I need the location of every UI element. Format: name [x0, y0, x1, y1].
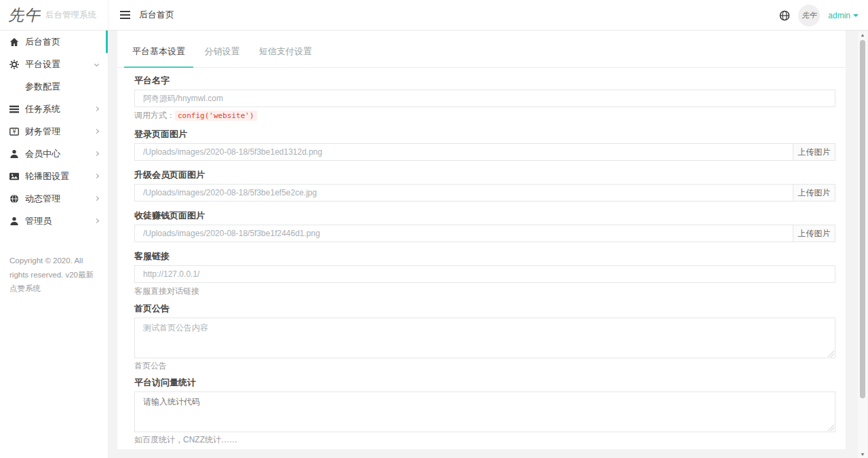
upgrade-image-input[interactable] [134, 184, 793, 202]
tasks-icon [9, 104, 19, 114]
sidebar-item-label: 会员中心 [25, 148, 95, 160]
chevron-down-icon [853, 14, 859, 17]
sidebar-item-finance[interactable]: ¥ 财务管理 [0, 120, 108, 142]
home-notice-helper: 首页公告 [134, 360, 835, 372]
sidebar-item-label: 后台首页 [25, 36, 98, 48]
traffic-stats-helper: 如百度统计，CNZZ统计…… [134, 434, 835, 446]
home-icon [9, 37, 19, 47]
sidebar-item-home[interactable]: 后台首页 [0, 31, 108, 53]
chevron-right-icon [94, 151, 99, 156]
sidebar-item-carousel[interactable]: 轮播图设置 [0, 165, 108, 187]
member-icon [9, 149, 19, 159]
sidebar-item-dynamics[interactable]: 动态管理 [0, 187, 108, 210]
sidebar-item-label: 平台设置 [25, 58, 95, 71]
service-link-input[interactable] [134, 265, 835, 283]
scrollbar-thumb[interactable] [860, 40, 865, 398]
finance-icon: ¥ [9, 127, 19, 136]
sidebar-item-admins[interactable]: 管理员 [0, 210, 108, 232]
platform-settings-form: 平台名字 调用方式：config('website') 登录页面图片 上传图片 … [117, 68, 846, 449]
traffic-stats-label: 平台访问量统计 [134, 377, 835, 389]
field-login-image: 登录页面图片 上传图片 [134, 128, 835, 161]
sidebar-item-label: 参数配置 [25, 81, 98, 93]
helper-prefix: 调用方式： [134, 111, 175, 120]
top-header: 先午 后台管理系统 后台首页 先午 admin [0, 0, 868, 31]
chevron-right-icon [94, 218, 99, 223]
upload-image-button[interactable]: 上传图片 [793, 143, 835, 161]
menu-toggle-icon[interactable] [120, 11, 130, 19]
gear-icon [9, 60, 19, 69]
sidebar: 后台首页 平台设置 参数配置 任务系统 ¥ 财务管理 会员中心 轮播图设 [0, 31, 108, 458]
scroll-down-arrow-icon[interactable]: ▼ [858, 452, 867, 457]
sidebar-item-label: 轮播图设置 [25, 170, 95, 183]
platform-name-label: 平台名字 [134, 75, 835, 87]
platform-name-input[interactable] [134, 90, 835, 107]
chevron-right-icon [94, 107, 99, 111]
user-menu[interactable]: admin [828, 11, 859, 20]
username: admin [828, 11, 850, 20]
upload-image-button[interactable]: 上传图片 [793, 225, 835, 242]
home-notice-textarea[interactable]: 测试首页公告内容 [134, 318, 835, 358]
chevron-right-icon [94, 174, 99, 178]
recruit-image-input[interactable] [134, 225, 793, 242]
vertical-scrollbar[interactable]: ▲ ▼ [858, 31, 867, 458]
upgrade-image-label: 升级会员页面图片 [134, 169, 835, 181]
login-image-input[interactable] [134, 143, 793, 161]
scroll-up-arrow-icon[interactable]: ▲ [858, 33, 867, 37]
field-home-notice: 首页公告 测试首页公告内容 首页公告 [134, 303, 835, 372]
app-logo: 先午 后台管理系统 [0, 0, 108, 31]
logo-text: 先午 [8, 5, 41, 26]
service-link-label: 客服链接 [134, 250, 835, 263]
field-service-link: 客服链接 客服直接对话链接 [134, 250, 835, 297]
sidebar-item-tasks[interactable]: 任务系统 [0, 98, 108, 120]
avatar[interactable]: 先午 [798, 5, 820, 26]
platform-name-helper: 调用方式：config('website') [134, 110, 835, 121]
config-code-snippet: config('website') [175, 111, 257, 121]
sidebar-item-label: 任务系统 [25, 103, 95, 115]
tab-sms-payment[interactable]: 短信支付设置 [251, 41, 320, 66]
chevron-down-icon [94, 62, 99, 66]
field-platform-name: 平台名字 调用方式：config('website') [134, 75, 835, 121]
sidebar-item-param-config[interactable]: 参数配置 [0, 75, 108, 98]
breadcrumb: 后台首页 [139, 9, 174, 21]
globe-icon [9, 194, 19, 204]
recruit-image-label: 收徒赚钱页面图片 [134, 210, 835, 222]
sidebar-item-platform-settings[interactable]: 平台设置 [0, 53, 108, 75]
admin-user-icon [9, 216, 19, 226]
sidebar-item-members[interactable]: 会员中心 [0, 142, 108, 165]
tab-platform-basic[interactable]: 平台基本设置 [124, 41, 193, 68]
sidebar-item-label: 管理员 [25, 215, 95, 227]
service-link-helper: 客服直接对话链接 [134, 286, 835, 297]
tab-distribution[interactable]: 分销设置 [196, 41, 248, 66]
chevron-right-icon [94, 129, 99, 134]
settings-tabs: 平台基本设置 分销设置 短信支付设置 [117, 31, 846, 68]
settings-panel: 平台基本设置 分销设置 短信支付设置 平台名字 调用方式：config('web… [117, 31, 846, 449]
sidebar-item-label: 财务管理 [25, 126, 95, 138]
carousel-image-icon [9, 172, 19, 181]
field-upgrade-image: 升级会员页面图片 上传图片 [134, 169, 835, 202]
logo-subtitle: 后台管理系统 [45, 9, 96, 21]
language-globe-icon[interactable] [779, 10, 790, 21]
login-image-label: 登录页面图片 [134, 128, 835, 140]
traffic-stats-textarea[interactable] [134, 392, 835, 432]
field-recruit-image: 收徒赚钱页面图片 上传图片 [134, 210, 835, 242]
home-notice-label: 首页公告 [134, 303, 835, 315]
svg-text:¥: ¥ [12, 129, 16, 135]
field-traffic-stats: 平台访问量统计 如百度统计，CNZZ统计…… [134, 377, 835, 446]
sidebar-item-label: 动态管理 [25, 193, 95, 205]
copyright-text: Copyright © 2020. All rights reserved. v… [9, 254, 98, 296]
upload-image-button[interactable]: 上传图片 [793, 184, 835, 202]
chevron-right-icon [94, 196, 99, 201]
